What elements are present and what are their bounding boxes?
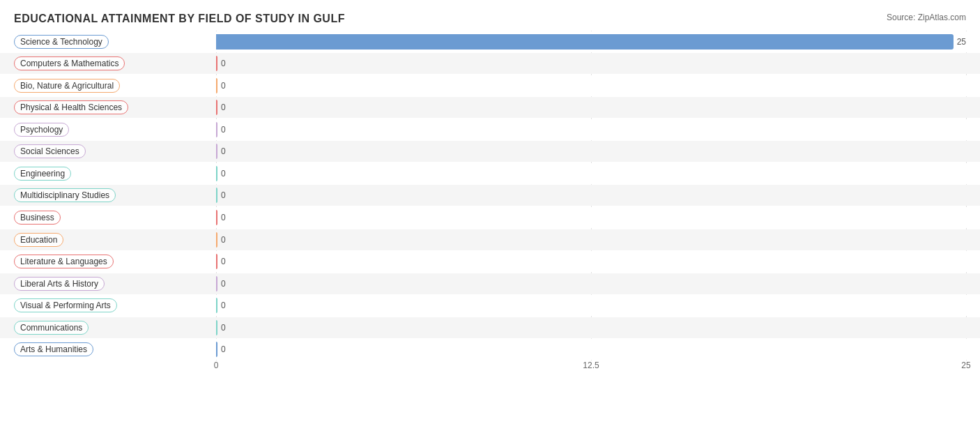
bar-row: Physical & Health Sciences0 [14, 97, 966, 118]
bar-label: Multidisciplinary Studies [14, 188, 116, 202]
bar-wrap: 0 [216, 166, 966, 181]
bar-row: Visual & Performing Arts0 [14, 295, 966, 316]
bar-label: Physical & Health Sciences [14, 100, 128, 114]
bar-value: 0 [221, 235, 226, 245]
bars-section: Science & Technology25Computers & Mathem… [14, 31, 966, 361]
bar-fill [216, 320, 217, 335]
bar-row: Business0 [14, 207, 966, 228]
bar-fill [216, 188, 217, 203]
bar-row: Liberal Arts & History0 [14, 273, 966, 294]
bar-row: Bio, Nature & Agricultural0 [14, 75, 966, 96]
bar-label: Liberal Arts & History [14, 277, 105, 291]
bar-row: Literature & Languages0 [14, 251, 966, 272]
bar-value: 0 [221, 169, 226, 179]
bar-row: Social Sciences0 [14, 141, 966, 162]
bar-value: 25 [957, 37, 966, 47]
bar-label: Visual & Performing Arts [14, 298, 117, 312]
bar-label: Social Sciences [14, 144, 86, 158]
bar-wrap: 25 [216, 34, 966, 50]
bar-row: Education0 [14, 229, 966, 250]
bar-label: Psychology [14, 123, 69, 137]
x-axis-tick: 0 [214, 361, 219, 370]
bar-fill [216, 232, 217, 248]
bar-value: 0 [221, 323, 226, 333]
bar-value: 0 [221, 279, 226, 289]
bar-wrap: 0 [216, 188, 966, 203]
bar-label: Engineering [14, 167, 71, 181]
x-axis: 012.525 [216, 361, 966, 381]
bar-wrap: 0 [216, 78, 966, 93]
x-axis-tick: 25 [961, 361, 970, 370]
bar-wrap: 0 [216, 122, 966, 137]
chart-title: EDUCATIONAL ATTAINMENT BY FIELD OF STUDY… [14, 13, 966, 25]
bar-label: Science & Technology [14, 35, 109, 49]
bar-fill [216, 34, 954, 50]
bar-value: 0 [221, 81, 226, 91]
bar-row: Engineering0 [14, 163, 966, 184]
bar-wrap: 0 [216, 100, 966, 115]
bar-wrap: 0 [216, 298, 966, 313]
bar-fill [216, 78, 217, 93]
bar-wrap: 0 [216, 144, 966, 159]
bar-value: 0 [221, 257, 226, 266]
bar-row: Multidisciplinary Studies0 [14, 185, 966, 206]
bar-row: Computers & Mathematics0 [14, 53, 966, 74]
bar-value: 0 [221, 190, 226, 200]
bar-wrap: 0 [216, 276, 966, 291]
chart-area: Science & Technology25Computers & Mathem… [14, 31, 966, 381]
bar-value: 0 [221, 59, 226, 68]
bar-label: Communications [14, 321, 89, 335]
chart-container: EDUCATIONAL ATTAINMENT BY FIELD OF STUDY… [0, 0, 980, 440]
bar-row: Science & Technology25 [14, 31, 966, 52]
bar-fill [216, 254, 217, 269]
bar-fill [216, 342, 217, 357]
bar-value: 0 [221, 146, 226, 156]
bar-fill [216, 56, 217, 71]
bar-wrap: 0 [216, 232, 966, 248]
bar-row: Arts & Humanities0 [14, 339, 966, 360]
bar-value: 0 [221, 125, 226, 135]
chart-source: Source: ZipAtlas.com [887, 13, 966, 22]
bar-label: Bio, Nature & Agricultural [14, 79, 120, 93]
bar-value: 0 [221, 344, 226, 354]
bar-row: Psychology0 [14, 119, 966, 140]
bar-label: Literature & Languages [14, 255, 114, 268]
bar-wrap: 0 [216, 56, 966, 71]
bar-fill [216, 144, 217, 159]
bar-label: Computers & Mathematics [14, 56, 125, 70]
bar-label: Business [14, 211, 61, 225]
bar-fill [216, 210, 217, 225]
bar-value: 0 [221, 301, 226, 310]
bar-row: Communications0 [14, 317, 966, 338]
bar-value: 0 [221, 103, 226, 112]
bar-wrap: 0 [216, 254, 966, 269]
bar-fill [216, 122, 217, 137]
x-axis-tick: 12.5 [583, 361, 599, 370]
bar-fill [216, 100, 217, 115]
bar-fill [216, 166, 217, 181]
bar-wrap: 0 [216, 210, 966, 225]
bar-wrap: 0 [216, 342, 966, 357]
bar-label: Arts & Humanities [14, 342, 93, 356]
bar-value: 0 [221, 213, 226, 222]
bar-fill [216, 298, 217, 313]
bar-label: Education [14, 233, 63, 247]
bar-wrap: 0 [216, 320, 966, 335]
bar-fill [216, 276, 217, 291]
